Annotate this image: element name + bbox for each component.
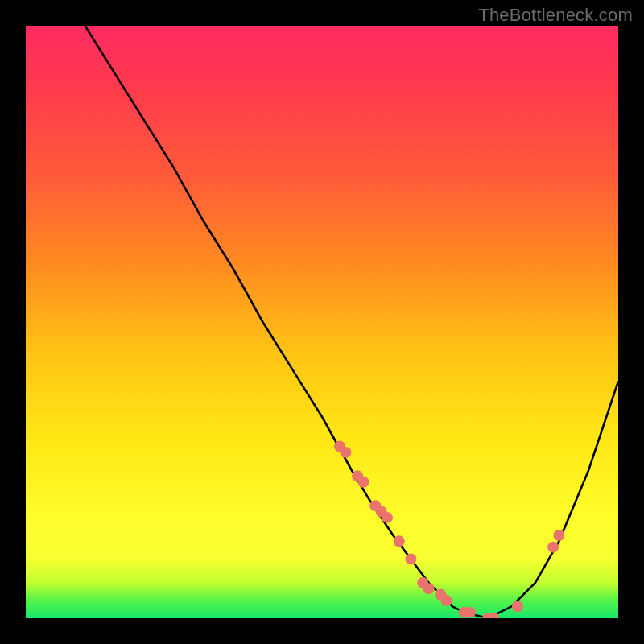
highlight-dot — [405, 553, 416, 564]
highlight-dot — [423, 583, 434, 594]
highlight-dot — [394, 535, 405, 547]
watermark-text: TheBottleneck.com — [478, 5, 633, 26]
highlight-dot — [441, 595, 452, 606]
highlight-dot — [553, 530, 564, 541]
highlight-dot — [358, 477, 369, 488]
highlight-dot — [382, 512, 393, 523]
highlight-dot — [512, 601, 523, 612]
highlight-dots — [26, 26, 618, 618]
plot-area — [26, 26, 618, 618]
highlight-dot — [464, 607, 476, 618]
highlight-dot — [547, 542, 559, 553]
highlight-dot — [340, 447, 351, 458]
chart-frame: TheBottleneck.com — [0, 0, 644, 644]
